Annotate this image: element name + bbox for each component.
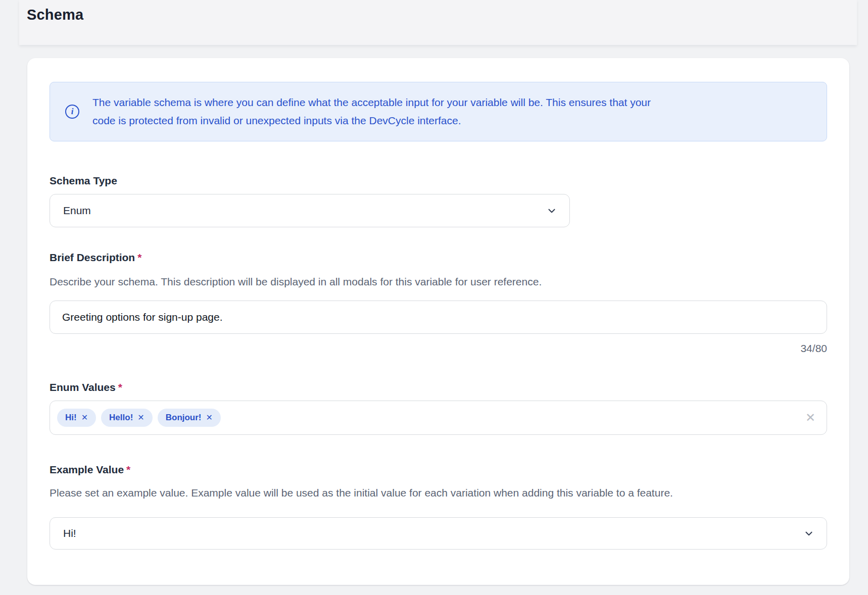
info-banner-line-2: code is protected from invalid or unexpe… <box>92 112 651 130</box>
chevron-down-icon <box>803 528 814 539</box>
enum-values-tags: Hi!✕Hello!✕Bonjour!✕ <box>57 409 221 427</box>
tag-remove-icon[interactable]: ✕ <box>137 414 144 422</box>
brief-description-input[interactable] <box>50 301 827 334</box>
enum-value-tag: Bonjour!✕ <box>158 409 221 427</box>
schema-type-select-value: Enum <box>50 205 91 217</box>
enum-value-tag: Hi!✕ <box>57 409 96 427</box>
enum-value-tag-label: Hello! <box>109 413 133 423</box>
clear-all-icon[interactable]: ✕ <box>805 412 815 424</box>
example-value-helper: Please set an example value. Example val… <box>50 486 827 500</box>
enum-values-label: Enum Values* <box>50 381 122 393</box>
info-icon: i <box>65 105 79 119</box>
schema-card: i The variable schema is where you can d… <box>27 58 849 585</box>
brief-description-helper: Describe your schema. This description w… <box>50 275 827 288</box>
schema-type-select[interactable]: Enum <box>50 194 570 227</box>
required-asterisk: * <box>118 381 122 393</box>
enum-value-tag-label: Hi! <box>65 413 77 423</box>
info-banner-text: The variable schema is where you can def… <box>92 93 651 130</box>
screen: Schema i The variable schema is where yo… <box>0 0 868 595</box>
enum-value-tag: Hello!✕ <box>101 409 153 427</box>
schema-type-label: Schema Type <box>50 175 117 187</box>
info-banner-line-1: The variable schema is where you can def… <box>92 93 651 112</box>
example-value-select[interactable]: Hi! <box>50 517 827 550</box>
required-asterisk: * <box>137 252 141 263</box>
chevron-down-icon <box>546 205 557 216</box>
brief-description-label: Brief Description* <box>50 252 141 264</box>
page-title: Schema <box>27 7 83 23</box>
info-banner: i The variable schema is where you can d… <box>50 82 827 141</box>
tag-remove-icon[interactable]: ✕ <box>206 414 213 422</box>
required-asterisk: * <box>126 464 130 475</box>
enum-value-tag-label: Bonjour! <box>166 413 202 423</box>
tag-remove-icon[interactable]: ✕ <box>81 414 88 422</box>
char-counter: 34/80 <box>800 342 827 355</box>
example-value-label: Example Value* <box>50 464 130 476</box>
page-header: Schema <box>19 0 857 45</box>
enum-values-input[interactable]: Hi!✕Hello!✕Bonjour!✕ ✕ <box>50 401 827 435</box>
example-value-select-value: Hi! <box>50 527 76 539</box>
